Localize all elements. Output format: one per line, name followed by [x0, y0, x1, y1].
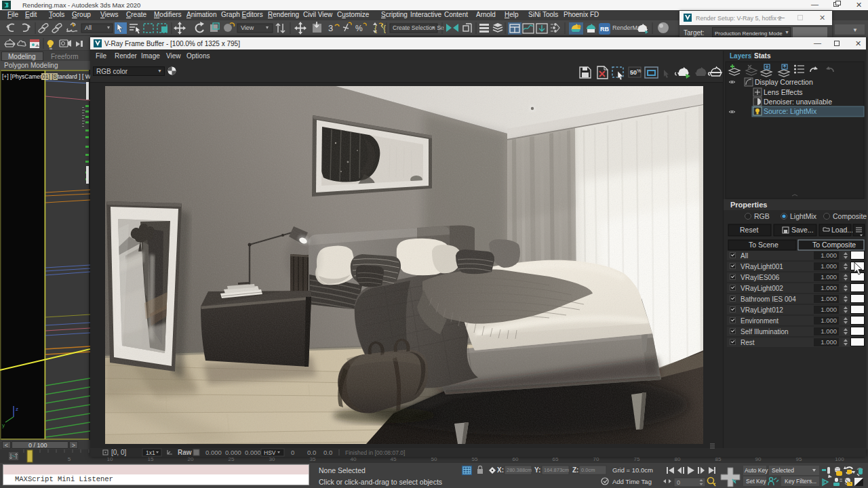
svg-text:45: 45	[391, 456, 397, 462]
svg-text:To Scene: To Scene	[749, 241, 778, 249]
svg-text:80: 80	[675, 456, 681, 462]
svg-text:0: 0	[677, 479, 680, 486]
svg-text:View: View	[241, 24, 254, 31]
svg-text:Layers: Layers	[730, 52, 752, 60]
svg-text:Denoiser: unavailable: Denoiser: unavailable	[764, 98, 832, 106]
svg-text:0.000: 0.000	[245, 449, 261, 456]
svg-text:Lens Effects: Lens Effects	[764, 88, 803, 96]
svg-text:30: 30	[269, 456, 275, 462]
svg-text:Create Selection Se: Create Selection Se	[393, 24, 444, 31]
svg-text:z: z	[16, 406, 18, 412]
svg-text:Selected: Selected	[772, 467, 794, 474]
svg-text:Finished in [00:08:07.0]: Finished in [00:08:07.0]	[345, 449, 405, 456]
svg-text:70: 70	[593, 456, 599, 462]
svg-text:{: {	[383, 24, 386, 33]
svg-text:10: 10	[107, 456, 113, 462]
svg-text:01] [S: 01] [S	[42, 73, 58, 80]
svg-text:%: %	[355, 24, 363, 33]
svg-text:65: 65	[553, 456, 559, 462]
svg-text:HSV: HSV	[264, 449, 276, 456]
svg-text:0.0cm: 0.0cm	[581, 467, 595, 473]
svg-text:X:: X:	[497, 466, 504, 474]
svg-text:164.873cm: 164.873cm	[544, 467, 569, 473]
svg-text:Reset: Reset	[740, 226, 759, 234]
svg-text:%: %	[637, 68, 641, 73]
svg-text:To Composite: To Composite	[812, 241, 856, 249]
svg-text:Z:: Z:	[572, 466, 578, 474]
svg-text:Source: LightMix: Source: LightMix	[764, 107, 817, 115]
svg-text:Auto Key: Auto Key	[745, 467, 768, 474]
svg-text:RGB: RGB	[754, 212, 770, 220]
svg-text:50: 50	[431, 456, 437, 462]
svg-text:Composite: Composite	[833, 212, 867, 220]
svg-text:Stats: Stats	[754, 52, 771, 60]
svg-text:95: 95	[796, 456, 802, 462]
svg-text:75: 75	[634, 456, 640, 462]
svg-text:50: 50	[630, 69, 637, 76]
svg-text:90: 90	[755, 456, 762, 462]
svg-text:Raw: Raw	[178, 449, 192, 456]
svg-text:Properties: Properties	[730, 201, 767, 209]
svg-text:{: {	[374, 24, 377, 33]
svg-text:1x1: 1x1	[146, 449, 155, 456]
svg-text:Display Correction: Display Correction	[755, 78, 813, 86]
svg-text:0.0: 0.0	[307, 449, 316, 456]
svg-text:0.000: 0.000	[225, 449, 241, 456]
svg-text:Key Filters...: Key Filters...	[785, 478, 816, 485]
svg-text:55: 55	[472, 456, 478, 462]
svg-text:0.0: 0.0	[323, 449, 332, 456]
svg-text:Y:: Y:	[534, 466, 540, 474]
svg-text:20: 20	[188, 456, 194, 462]
svg-text:0: 0	[291, 449, 294, 456]
svg-text:LightMix: LightMix	[790, 212, 817, 220]
svg-text:[0, 0]: [0, 0]	[111, 449, 126, 456]
svg-text:100: 100	[835, 456, 844, 462]
svg-text:40: 40	[351, 456, 357, 462]
svg-text:3: 3	[328, 23, 333, 33]
svg-text:RB: RB	[600, 26, 609, 33]
svg-text:85: 85	[715, 456, 722, 462]
svg-text:Save...: Save...	[791, 226, 814, 234]
svg-text:5: 5	[68, 456, 71, 462]
svg-text:Grid = 10.0cm: Grid = 10.0cm	[612, 466, 653, 474]
svg-text:0.000: 0.000	[205, 449, 222, 456]
svg-text:35: 35	[310, 456, 316, 462]
svg-text:y: y	[2, 422, 5, 428]
svg-text:25: 25	[229, 456, 235, 462]
svg-text:Add Time Tag: Add Time Tag	[612, 478, 652, 485]
svg-text:Load...: Load...	[831, 226, 853, 234]
svg-text:tandard ] [ Wi: tandard ] [ Wi	[58, 73, 90, 80]
svg-text:All: All	[85, 24, 92, 31]
svg-text:60: 60	[513, 456, 519, 462]
svg-text:280.388cm: 280.388cm	[507, 467, 532, 473]
svg-text:Set Key: Set Key	[746, 478, 767, 485]
svg-text:15: 15	[148, 456, 154, 462]
